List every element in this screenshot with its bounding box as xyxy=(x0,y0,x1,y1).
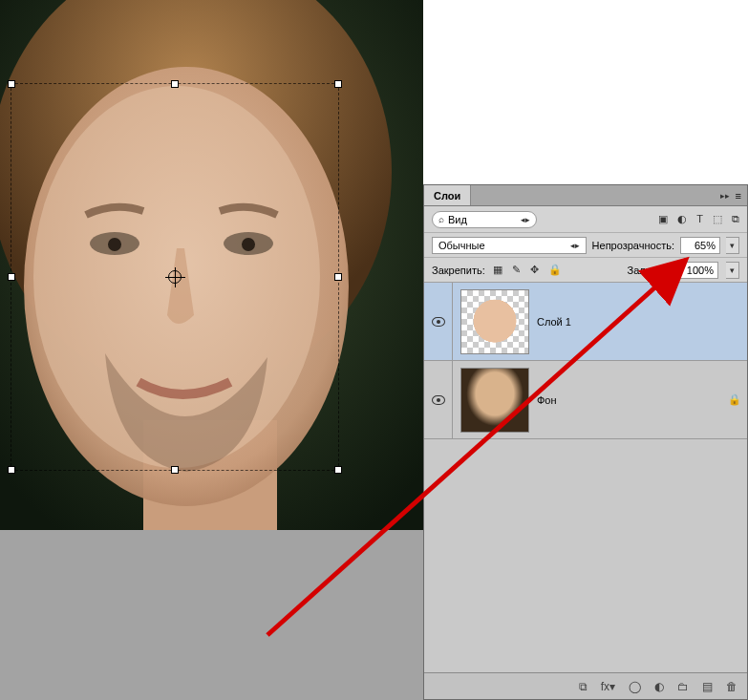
layer-thumbnail[interactable] xyxy=(460,289,529,354)
tab-layers[interactable]: Слои xyxy=(424,185,471,205)
add-mask-icon[interactable]: ◯ xyxy=(629,680,641,693)
transform-center-icon[interactable] xyxy=(168,270,182,284)
chevron-down-icon: ▾ xyxy=(730,265,735,275)
face-icon xyxy=(461,369,528,432)
new-layer-icon[interactable]: ▤ xyxy=(702,680,713,693)
lock-fill-row: Закрепить: ▦ ✎ ✥ 🔒 Заливка: 100% ▾ xyxy=(424,258,747,283)
opacity-input[interactable]: 65% xyxy=(680,237,720,254)
filter-pixel-icon[interactable]: ▣ xyxy=(658,213,668,225)
layer-row[interactable]: Фон 🔒 xyxy=(424,361,747,439)
transform-handle-mr[interactable] xyxy=(334,273,342,281)
filter-icons: ▣ ◐ T ⬚ ⧉ xyxy=(658,213,739,225)
fill-flyout-button[interactable]: ▾ xyxy=(726,262,739,279)
blend-mode-value: Обычные xyxy=(438,240,485,251)
chevron-down-icon: ◂▸ xyxy=(570,241,580,250)
panel-tab-bar: Слои ▸▸ ≡ xyxy=(424,185,747,206)
layer-thumbnail[interactable] xyxy=(460,368,529,433)
opacity-label: Непрозрачность: xyxy=(592,240,674,251)
layers-list: Слой 1 Фон 🔒 xyxy=(424,283,747,672)
blend-opacity-row: Обычные ◂▸ Непрозрачность: 65% ▾ xyxy=(424,233,747,258)
layer-row[interactable]: Слой 1 xyxy=(424,283,747,361)
filter-kind-label: Вид xyxy=(448,214,467,225)
filter-type-icon[interactable]: T xyxy=(696,213,703,225)
transform-handle-tm[interactable] xyxy=(171,80,179,88)
filter-kind-select[interactable]: ⌕ Вид ◂▸ xyxy=(432,211,537,228)
lock-transparency-icon[interactable]: ▦ xyxy=(493,264,502,276)
lock-move-icon[interactable]: ✥ xyxy=(530,264,539,276)
layer-visibility-toggle[interactable] xyxy=(424,361,453,438)
link-layers-icon[interactable]: ⧉ xyxy=(579,680,588,693)
lock-all-icon[interactable]: 🔒 xyxy=(548,264,562,276)
transform-handle-ml[interactable] xyxy=(8,273,15,281)
adjust-layer-icon[interactable]: ◐ xyxy=(654,680,664,693)
fill-label: Заливка: xyxy=(628,265,671,276)
layer-name[interactable]: Фон xyxy=(537,394,722,406)
delete-layer-icon[interactable]: 🗑 xyxy=(726,680,737,693)
eye-icon xyxy=(432,395,445,405)
filter-smart-icon[interactable]: ⧉ xyxy=(732,213,739,225)
app-root: Слои ▸▸ ≡ ⌕ Вид ◂▸ ▣ ◐ T ⬚ ⧉ Обычные xyxy=(0,0,748,700)
layers-footer: ⧉ fx▾ ◯ ◐ 🗀 ▤ 🗑 xyxy=(424,672,747,699)
filter-adjust-icon[interactable]: ◐ xyxy=(677,213,687,225)
layer-visibility-toggle[interactable] xyxy=(424,283,453,360)
transform-handle-tl[interactable] xyxy=(8,80,15,88)
blend-mode-select[interactable]: Обычные ◂▸ xyxy=(432,237,587,254)
opacity-flyout-button[interactable]: ▾ xyxy=(726,237,739,254)
filter-shape-icon[interactable]: ⬚ xyxy=(713,213,722,225)
layer-name[interactable]: Слой 1 xyxy=(537,316,722,328)
search-icon: ⌕ xyxy=(438,214,444,224)
eye-icon xyxy=(432,317,445,327)
panel-menu-icon[interactable]: ≡ xyxy=(736,190,741,202)
face-icon xyxy=(471,296,519,351)
transform-handle-br[interactable] xyxy=(334,466,342,474)
transform-handle-tr[interactable] xyxy=(334,80,342,88)
transform-handle-bm[interactable] xyxy=(171,466,179,474)
layer-fx-icon[interactable]: fx▾ xyxy=(601,680,615,693)
lock-brush-icon[interactable]: ✎ xyxy=(512,264,521,276)
fill-input[interactable]: 100% xyxy=(678,262,718,279)
canvas-area[interactable] xyxy=(0,0,423,700)
free-transform-bounds[interactable] xyxy=(11,84,338,470)
lock-label: Закрепить: xyxy=(432,265,485,276)
lock-icon: 🔒 xyxy=(722,393,747,406)
chevron-down-icon: ▾ xyxy=(730,241,735,250)
chevron-down-icon: ◂▸ xyxy=(521,215,530,224)
collapse-icon[interactable]: ▸▸ xyxy=(720,191,730,201)
transform-handle-bl[interactable] xyxy=(8,466,15,474)
layers-panel: Слои ▸▸ ≡ ⌕ Вид ◂▸ ▣ ◐ T ⬚ ⧉ Обычные xyxy=(423,184,748,700)
new-group-icon[interactable]: 🗀 xyxy=(677,680,689,693)
layer-filter-row: ⌕ Вид ◂▸ ▣ ◐ T ⬚ ⧉ xyxy=(424,206,747,233)
